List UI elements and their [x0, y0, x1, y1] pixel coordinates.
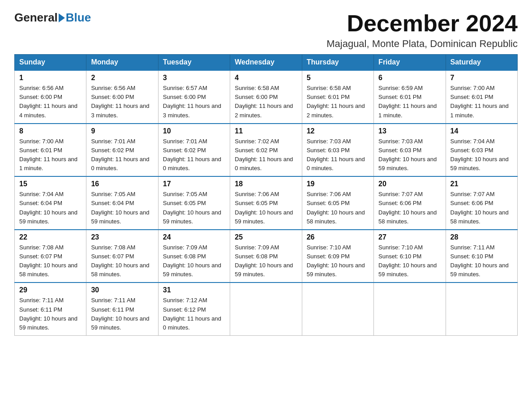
day-cell: 6Sunrise: 6:59 AMSunset: 6:01 PMDaylight…: [374, 70, 446, 124]
day-cell: 3Sunrise: 6:57 AMSunset: 6:00 PMDaylight…: [158, 70, 230, 124]
day-info: Sunrise: 6:59 AMSunset: 6:01 PMDaylight:…: [378, 84, 441, 120]
day-cell: [302, 283, 373, 335]
location-title: Majagual, Monte Plata, Dominican Republi…: [326, 38, 518, 50]
day-info: Sunrise: 6:56 AMSunset: 6:00 PMDaylight:…: [19, 84, 82, 120]
day-cell: 19Sunrise: 7:06 AMSunset: 6:05 PMDayligh…: [302, 176, 373, 230]
day-info: Sunrise: 7:08 AMSunset: 6:07 PMDaylight:…: [91, 243, 153, 279]
day-cell: 13Sunrise: 7:03 AMSunset: 6:03 PMDayligh…: [374, 124, 446, 177]
day-info: Sunrise: 7:10 AMSunset: 6:09 PMDaylight:…: [307, 243, 369, 279]
weekday-header-thursday: Thursday: [302, 55, 373, 71]
day-number: 2: [91, 74, 153, 82]
day-info: Sunrise: 7:07 AMSunset: 6:06 PMDaylight:…: [450, 190, 513, 226]
week-row-5: 29Sunrise: 7:11 AMSunset: 6:11 PMDayligh…: [15, 283, 518, 335]
day-info: Sunrise: 7:06 AMSunset: 6:05 PMDaylight:…: [307, 190, 369, 226]
weekday-header-wednesday: Wednesday: [230, 55, 302, 71]
day-cell: 8Sunrise: 7:00 AMSunset: 6:01 PMDaylight…: [15, 124, 86, 177]
day-number: 22: [19, 233, 82, 241]
day-info: Sunrise: 7:05 AMSunset: 6:04 PMDaylight:…: [91, 190, 153, 226]
day-info: Sunrise: 7:04 AMSunset: 6:04 PMDaylight:…: [19, 190, 82, 226]
weekday-header-row: SundayMondayTuesdayWednesdayThursdayFrid…: [15, 55, 518, 71]
day-cell: 7Sunrise: 7:00 AMSunset: 6:01 PMDaylight…: [446, 70, 517, 124]
day-info: Sunrise: 7:07 AMSunset: 6:06 PMDaylight:…: [378, 190, 441, 226]
day-number: 30: [91, 286, 153, 294]
logo-blue-text: Blue: [66, 11, 91, 25]
day-cell: 5Sunrise: 6:58 AMSunset: 6:01 PMDaylight…: [302, 70, 373, 124]
day-info: Sunrise: 6:58 AMSunset: 6:00 PMDaylight:…: [235, 84, 297, 120]
day-number: 25: [235, 233, 297, 241]
day-info: Sunrise: 7:10 AMSunset: 6:10 PMDaylight:…: [378, 243, 441, 279]
day-info: Sunrise: 6:57 AMSunset: 6:00 PMDaylight:…: [163, 84, 225, 120]
day-cell: 28Sunrise: 7:11 AMSunset: 6:10 PMDayligh…: [446, 230, 517, 283]
logo-general-text: General: [14, 11, 58, 25]
day-cell: 30Sunrise: 7:11 AMSunset: 6:11 PMDayligh…: [86, 283, 158, 335]
day-cell: 21Sunrise: 7:07 AMSunset: 6:06 PMDayligh…: [446, 176, 517, 230]
day-info: Sunrise: 7:08 AMSunset: 6:07 PMDaylight:…: [19, 243, 82, 279]
day-cell: 15Sunrise: 7:04 AMSunset: 6:04 PMDayligh…: [15, 176, 86, 230]
day-number: 14: [450, 127, 513, 135]
day-number: 13: [378, 127, 441, 135]
day-info: Sunrise: 7:01 AMSunset: 6:02 PMDaylight:…: [91, 137, 153, 173]
day-cell: 20Sunrise: 7:07 AMSunset: 6:06 PMDayligh…: [374, 176, 446, 230]
day-info: Sunrise: 7:09 AMSunset: 6:08 PMDaylight:…: [235, 243, 297, 279]
day-number: 24: [163, 233, 225, 241]
day-cell: 18Sunrise: 7:06 AMSunset: 6:05 PMDayligh…: [230, 176, 302, 230]
title-block: December 2024 Majagual, Monte Plata, Dom…: [326, 11, 518, 50]
weekday-header-friday: Friday: [374, 55, 446, 71]
month-title: December 2024: [326, 11, 518, 36]
week-row-1: 1Sunrise: 6:56 AMSunset: 6:00 PMDaylight…: [15, 70, 518, 124]
week-row-3: 15Sunrise: 7:04 AMSunset: 6:04 PMDayligh…: [15, 176, 518, 230]
day-cell: 17Sunrise: 7:05 AMSunset: 6:05 PMDayligh…: [158, 176, 230, 230]
day-cell: [374, 283, 446, 335]
day-cell: 12Sunrise: 7:03 AMSunset: 6:03 PMDayligh…: [302, 124, 373, 177]
day-number: 21: [450, 180, 513, 188]
day-number: 1: [19, 74, 82, 82]
day-cell: 1Sunrise: 6:56 AMSunset: 6:00 PMDaylight…: [15, 70, 86, 124]
day-number: 10: [163, 127, 225, 135]
day-number: 31: [163, 286, 225, 294]
day-number: 3: [163, 74, 225, 82]
day-info: Sunrise: 7:12 AMSunset: 6:12 PMDaylight:…: [163, 296, 225, 332]
day-number: 18: [235, 180, 297, 188]
day-cell: 22Sunrise: 7:08 AMSunset: 6:07 PMDayligh…: [15, 230, 86, 283]
day-info: Sunrise: 7:11 AMSunset: 6:11 PMDaylight:…: [19, 296, 82, 332]
weekday-header-sunday: Sunday: [15, 55, 86, 71]
day-number: 7: [450, 74, 513, 82]
day-cell: 14Sunrise: 7:04 AMSunset: 6:03 PMDayligh…: [446, 124, 517, 177]
day-number: 5: [307, 74, 369, 82]
day-info: Sunrise: 7:02 AMSunset: 6:02 PMDaylight:…: [235, 137, 297, 173]
day-cell: 2Sunrise: 6:56 AMSunset: 6:00 PMDaylight…: [86, 70, 158, 124]
day-cell: 25Sunrise: 7:09 AMSunset: 6:08 PMDayligh…: [230, 230, 302, 283]
weekday-header-monday: Monday: [86, 55, 158, 71]
day-info: Sunrise: 7:00 AMSunset: 6:01 PMDaylight:…: [450, 84, 513, 120]
day-info: Sunrise: 7:06 AMSunset: 6:05 PMDaylight:…: [235, 190, 297, 226]
calendar-table: SundayMondayTuesdayWednesdayThursdayFrid…: [14, 54, 518, 336]
day-cell: 27Sunrise: 7:10 AMSunset: 6:10 PMDayligh…: [374, 230, 446, 283]
weekday-header-saturday: Saturday: [446, 55, 517, 71]
day-info: Sunrise: 7:01 AMSunset: 6:02 PMDaylight:…: [163, 137, 225, 173]
day-info: Sunrise: 7:03 AMSunset: 6:03 PMDaylight:…: [307, 137, 369, 173]
day-cell: 16Sunrise: 7:05 AMSunset: 6:04 PMDayligh…: [86, 176, 158, 230]
day-info: Sunrise: 7:05 AMSunset: 6:05 PMDaylight:…: [163, 190, 225, 226]
day-number: 6: [378, 74, 441, 82]
day-number: 11: [235, 127, 297, 135]
day-info: Sunrise: 7:09 AMSunset: 6:08 PMDaylight:…: [163, 243, 225, 279]
day-number: 20: [378, 180, 441, 188]
page-header: General Blue December 2024 Majagual, Mon…: [14, 11, 518, 50]
day-cell: 9Sunrise: 7:01 AMSunset: 6:02 PMDaylight…: [86, 124, 158, 177]
logo-arrow-icon: [59, 13, 65, 22]
day-info: Sunrise: 7:11 AMSunset: 6:10 PMDaylight:…: [450, 243, 513, 279]
day-number: 8: [19, 127, 82, 135]
day-number: 4: [235, 74, 297, 82]
week-row-4: 22Sunrise: 7:08 AMSunset: 6:07 PMDayligh…: [15, 230, 518, 283]
day-info: Sunrise: 6:58 AMSunset: 6:01 PMDaylight:…: [307, 84, 369, 120]
day-info: Sunrise: 7:00 AMSunset: 6:01 PMDaylight:…: [19, 137, 82, 173]
day-number: 28: [450, 233, 513, 241]
day-number: 23: [91, 233, 153, 241]
day-cell: 29Sunrise: 7:11 AMSunset: 6:11 PMDayligh…: [15, 283, 86, 335]
day-cell: 24Sunrise: 7:09 AMSunset: 6:08 PMDayligh…: [158, 230, 230, 283]
day-info: Sunrise: 7:04 AMSunset: 6:03 PMDaylight:…: [450, 137, 513, 173]
day-number: 19: [307, 180, 369, 188]
day-number: 15: [19, 180, 82, 188]
day-info: Sunrise: 6:56 AMSunset: 6:00 PMDaylight:…: [91, 84, 153, 120]
day-number: 29: [19, 286, 82, 294]
